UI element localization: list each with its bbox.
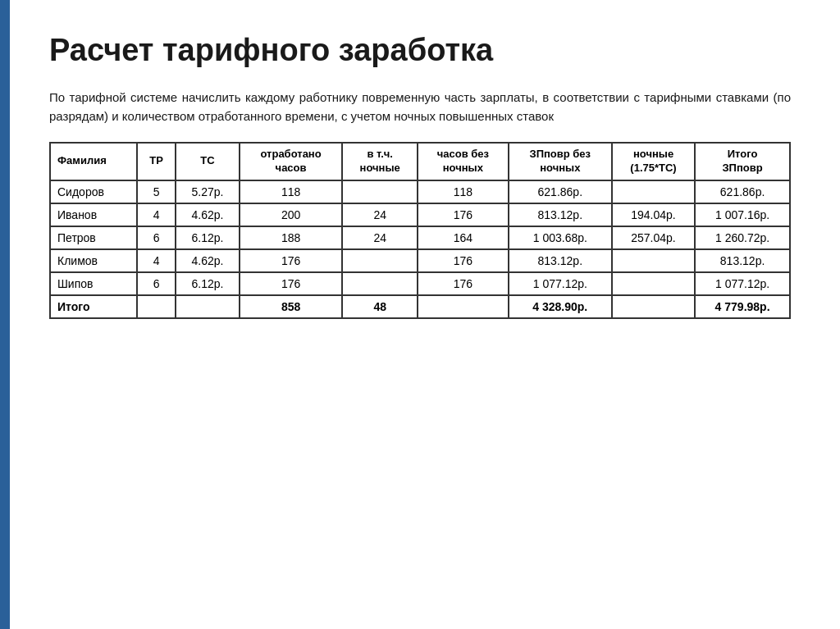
- cell-worked: 176: [240, 249, 343, 272]
- cell-tr: 4: [137, 249, 176, 272]
- cell-zp_without: 813.12р.: [509, 203, 612, 226]
- page-title: Расчет тарифного заработка: [49, 25, 799, 68]
- col-header-night: в т.ч. ночные: [342, 143, 418, 180]
- cell-tr: 6: [137, 226, 176, 249]
- cell-tc: 4.62р.: [176, 249, 240, 272]
- cell-zp_without: 4 328.90р.: [509, 295, 612, 318]
- cell-night: [342, 272, 418, 295]
- cell-worked: 118: [240, 180, 343, 203]
- cell-zp_without: 1 003.68р.: [509, 226, 612, 249]
- col-header-worked: отработано часов: [240, 143, 343, 180]
- cell-worked: 858: [240, 295, 343, 318]
- col-header-zp-without: ЗПповр без ночных: [509, 143, 612, 180]
- table-row: Сидоров55.27р.118118621.86р.621.86р.: [50, 180, 790, 203]
- cell-name: Иванов: [50, 203, 137, 226]
- cell-without_night: 176: [418, 203, 509, 226]
- cell-total: 1 007.16р.: [695, 203, 790, 226]
- cell-tc: 5.27р.: [176, 180, 240, 203]
- cell-night_rate: [612, 180, 695, 203]
- cell-tc: 6.12р.: [176, 272, 240, 295]
- cell-worked: 176: [240, 272, 343, 295]
- cell-tc: 4.62р.: [176, 203, 240, 226]
- cell-tr: 6: [137, 272, 176, 295]
- table-row: Иванов44.62р.20024176813.12р.194.04р.1 0…: [50, 203, 790, 226]
- col-header-total: Итого ЗПповр: [695, 143, 790, 180]
- cell-tc: [176, 295, 240, 318]
- cell-night_rate: 194.04р.: [612, 203, 695, 226]
- cell-name: Петров: [50, 226, 137, 249]
- cell-without_night: [418, 295, 509, 318]
- table-header-row: Фамилия ТР ТС отработано часов в т.ч. но: [50, 143, 790, 180]
- data-table: Фамилия ТР ТС отработано часов в т.ч. но: [49, 142, 791, 319]
- cell-night_rate: [612, 295, 695, 318]
- cell-total: 813.12р.: [695, 249, 790, 272]
- cell-total: 4 779.98р.: [695, 295, 790, 318]
- cell-name: Шипов: [50, 272, 137, 295]
- cell-name: Климов: [50, 249, 137, 272]
- total-row: Итого858484 328.90р.4 779.98р.: [50, 295, 790, 318]
- cell-night: [342, 249, 418, 272]
- col-header-night-rate: ночные (1.75*ТС): [612, 143, 695, 180]
- cell-without_night: 164: [418, 226, 509, 249]
- cell-worked: 188: [240, 226, 343, 249]
- cell-night_rate: [612, 272, 695, 295]
- cell-tr: 5: [137, 180, 176, 203]
- table-row: Шипов66.12р.1761761 077.12р.1 077.12р.: [50, 272, 790, 295]
- cell-tr: [137, 295, 176, 318]
- cell-night_rate: [612, 249, 695, 272]
- cell-zp_without: 813.12р.: [509, 249, 612, 272]
- cell-zp_without: 621.86р.: [509, 180, 612, 203]
- cell-night: 24: [342, 226, 418, 249]
- cell-without_night: 118: [418, 180, 509, 203]
- col-header-tr: ТР: [137, 143, 176, 180]
- cell-zp_without: 1 077.12р.: [509, 272, 612, 295]
- cell-night: [342, 180, 418, 203]
- cell-total: 1 077.12р.: [695, 272, 790, 295]
- cell-name: Сидоров: [50, 180, 137, 203]
- col-header-name: Фамилия: [50, 143, 137, 180]
- cell-tr: 4: [137, 203, 176, 226]
- cell-total: 1 260.72р.: [695, 226, 790, 249]
- table-container: Фамилия ТР ТС отработано часов в т.ч. но: [49, 142, 791, 319]
- cell-worked: 200: [240, 203, 343, 226]
- table-body: Сидоров55.27р.118118621.86р.621.86р.Иван…: [50, 180, 790, 318]
- slide: Расчет тарифного заработка По тарифной с…: [0, 0, 840, 629]
- cell-name: Итого: [50, 295, 137, 318]
- cell-night: 48: [342, 295, 418, 318]
- cell-tc: 6.12р.: [176, 226, 240, 249]
- table-row: Петров66.12р.188241641 003.68р.257.04р.1…: [50, 226, 790, 249]
- cell-night_rate: 257.04р.: [612, 226, 695, 249]
- description-text: По тарифной системе начислить каждому ра…: [49, 89, 791, 125]
- cell-night: 24: [342, 203, 418, 226]
- cell-total: 621.86р.: [695, 180, 790, 203]
- cell-without_night: 176: [418, 249, 509, 272]
- col-header-without-night: часов без ночных: [418, 143, 509, 180]
- table-row: Климов44.62р.176176813.12р.813.12р.: [50, 249, 790, 272]
- cell-without_night: 176: [418, 272, 509, 295]
- col-header-tc: ТС: [176, 143, 240, 180]
